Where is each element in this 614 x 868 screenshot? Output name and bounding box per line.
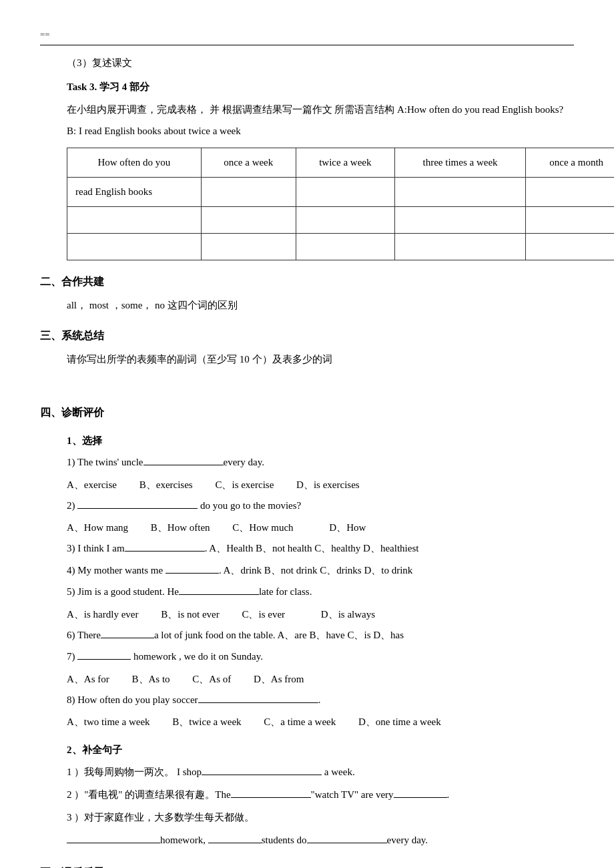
q1-choices: A、exercise B、exercises C、is exercise D、i…: [67, 475, 574, 495]
empty-space-1: [40, 375, 574, 391]
q6-num: 6) There: [67, 630, 101, 640]
section2-content: all， most ，some， no 这四个词的区别: [67, 296, 574, 315]
q5-choice-c: C、is ever: [242, 604, 285, 624]
q2-choices: A、How mang B、How often C、How much D、How: [67, 517, 574, 537]
section4-heading: 四、诊断评价: [40, 403, 574, 423]
q4-suffix: . A、drink B、not drink C、drinks D、to drin…: [219, 565, 412, 576]
q7-blank: [77, 648, 131, 660]
fill-q2-blank1: [231, 786, 311, 798]
q8-choice-b: B、twice a week: [172, 712, 241, 732]
fill-q3-text2: students do: [262, 835, 307, 845]
fill-q2-blank2: [394, 786, 447, 798]
subsection1-label: 1、选择: [67, 432, 574, 450]
table-header-col5: once a month: [526, 148, 614, 177]
q5-choice-a: A、is hardly ever: [67, 604, 138, 624]
fill-q3-blank2: [208, 831, 262, 843]
table-row: read English books: [67, 177, 615, 206]
fill-q2-mid: "watch TV" are very: [311, 789, 394, 800]
q4-num: 4) My mother wants me: [67, 565, 166, 576]
q1-blank: [143, 453, 224, 465]
q5-suffix: late for class.: [259, 586, 312, 597]
table-header-col1: How often do you: [67, 148, 202, 177]
fill-q3-text1: homework,: [160, 835, 208, 845]
q5-choice-d: D、is always: [321, 604, 375, 624]
table-row2-col3: [296, 206, 394, 233]
q1-suffix: every day.: [224, 457, 265, 467]
fill-q3-label: 3 ）对于家庭作业，大多数学生每天都做。: [67, 807, 574, 827]
question-8: 8) How often do you play soccer.: [67, 690, 574, 710]
fill-q1-num: 1 ）我每周购物一两次。 I shop: [67, 767, 202, 777]
fill-q3-blank1: [67, 831, 160, 843]
table-row3-col5: [526, 233, 614, 260]
q7-choice-d: D、As from: [254, 669, 304, 689]
fill-q3-blank3: [307, 831, 387, 843]
fill-q2-suffix: .: [447, 789, 450, 800]
retell-section: （3）复述课文: [67, 53, 574, 73]
q8-suffix: .: [318, 694, 321, 705]
question-3: 3) I think I am. A、Health B、not health C…: [67, 539, 574, 558]
section5-heading: 五、课后反思: [40, 863, 574, 868]
fill-q3-num: 3 ）对于家庭作业，大多数学生每天都做。: [67, 812, 254, 823]
table-row2-col2: [201, 206, 296, 233]
q7-choice-a: A、As for: [67, 669, 109, 689]
table-row1-col2: [201, 177, 296, 206]
q7-num: 7): [67, 651, 77, 662]
task3-description: 在小组内展开调查，完成表格， 并 根据调查结果写一篇作文 所需语言结构 A:Ho…: [67, 100, 574, 120]
q8-choice-d: D、one time a week: [358, 712, 441, 732]
table-row: [67, 233, 615, 260]
q5-num: 5) Jim is a good student. He: [67, 586, 179, 597]
q2-num: 2): [67, 500, 77, 511]
q8-choices: A、two time a week B、twice a week C、a tim…: [67, 712, 574, 732]
question-6: 6) Therea lot of junk food on the table.…: [67, 626, 574, 645]
q5-choices: A、is hardly ever B、is not ever C、is ever…: [67, 604, 574, 624]
table-row1-col1: read English books: [67, 177, 202, 206]
section3-content: 请你写出所学的表频率的副词（至少写 10 个）及表多少的词: [67, 350, 574, 369]
q7-choices: A、As for B、As to C、As of D、As from: [67, 669, 574, 689]
fill-q1: 1 ）我每周购物一两次。 I shop a week.: [67, 762, 574, 782]
q2-choice-a: A、How mang: [67, 517, 128, 537]
section2-heading: 二、合作共建: [40, 272, 574, 292]
q1-choice-d: D、is exercises: [296, 475, 360, 495]
q3-blank: [125, 539, 205, 552]
q3-num: 3) I think I am: [67, 543, 125, 554]
table-row2-col4: [394, 206, 525, 233]
q2-choice-b: B、How often: [151, 517, 210, 537]
q6-blank: [101, 626, 154, 638]
table-header-col2: once a week: [201, 148, 296, 177]
table-row2-col5: [526, 206, 614, 233]
fill-q2-num: 2 ）"看电视" 的调查结果很有趣。The: [67, 789, 231, 800]
q4-blank: [166, 562, 219, 574]
task3-example: B: I read English books about twice a we…: [67, 122, 574, 141]
q1-choice-c: C、is exercise: [215, 475, 274, 495]
question-7: 7) homework , we do it on Sunday.: [67, 647, 574, 666]
question-5: 5) Jim is a good student. Helate for cla…: [67, 582, 574, 602]
q7-choice-c: C、As of: [192, 669, 231, 689]
table-row3-col2: [201, 233, 296, 260]
table-row1-col5: [526, 177, 614, 206]
q8-choice-a: A、two time a week: [67, 712, 150, 732]
q1-choice-a: A、exercise: [67, 475, 117, 495]
question-2: 2) do you go to the movies?: [67, 496, 574, 515]
q8-blank: [198, 691, 318, 703]
subsection2-label: 2、补全句子: [67, 741, 574, 759]
divider: [40, 45, 574, 45]
table-header-col3: twice a week: [296, 148, 394, 177]
task3-title: Task 3. 学习 4 部分: [67, 78, 574, 96]
q5-choice-b: B、is not ever: [161, 604, 220, 624]
q2-choice-d: D、How: [329, 517, 366, 537]
q1-num: 1) The twins' uncle: [67, 457, 143, 467]
fill-q1-suffix: a week.: [322, 767, 355, 777]
q8-choice-c: C、a time a week: [264, 712, 336, 732]
table-row2-col1: [67, 206, 202, 233]
table-row3-col4: [394, 233, 525, 260]
q2-suffix: do you go to the movies?: [198, 500, 301, 511]
table-row1-col3: [296, 177, 394, 206]
q7-suffix: homework , we do it on Sunday.: [131, 651, 263, 662]
question-4: 4) My mother wants me . A、drink B、not dr…: [67, 561, 574, 580]
q8-num: 8) How often do you play soccer: [67, 694, 198, 705]
q3-suffix: . A、Health B、not health C、healthy D、heal…: [205, 543, 419, 554]
table-header-col4: three times a week: [394, 148, 525, 177]
section3-heading: 三、系统总结: [40, 327, 574, 346]
table-row3-col3: [296, 233, 394, 260]
q2-blank: [77, 497, 198, 509]
